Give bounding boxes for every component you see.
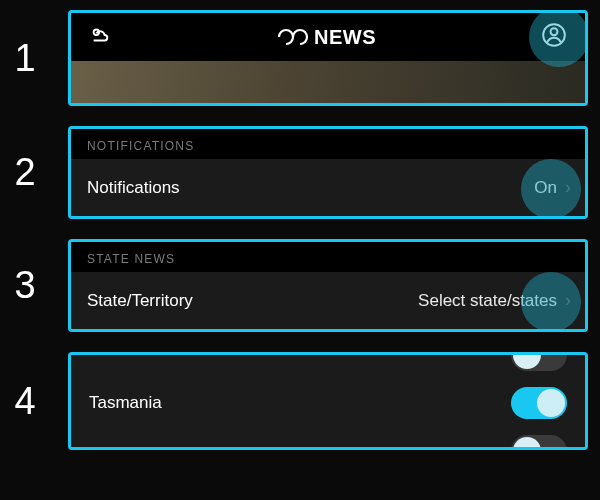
step-number: 2: [0, 126, 50, 219]
section-header: NOTIFICATIONS: [71, 129, 585, 159]
weather-icon[interactable]: [89, 24, 111, 51]
brand-text: NEWS: [314, 26, 376, 49]
step-1-card: NEWS: [68, 10, 588, 106]
next-state-row-partial: [71, 433, 585, 447]
step-number: 4: [0, 352, 50, 450]
setting-label: State/Territory: [87, 291, 193, 311]
svg-point-2: [551, 28, 558, 35]
step-1: 1 NEWS: [0, 10, 588, 106]
state-label: Tasmania: [89, 393, 162, 413]
step-3: 3 STATE NEWS State/Territory Select stat…: [0, 239, 588, 332]
prev-state-row-partial: [71, 355, 585, 373]
app-header: NEWS: [71, 13, 585, 61]
step-number: 1: [0, 10, 50, 106]
state-toggle-off[interactable]: [511, 352, 567, 371]
profile-button[interactable]: [541, 22, 567, 52]
section-header: STATE NEWS: [71, 242, 585, 272]
hero-image: [71, 61, 585, 103]
step-4-card: Tasmania: [68, 352, 588, 450]
state-territory-row[interactable]: State/Territory Select state/states ›: [71, 272, 585, 329]
abc-logo-icon: [276, 27, 310, 47]
chevron-right-icon: ›: [565, 290, 571, 311]
state-toggle-off[interactable]: [511, 435, 567, 450]
tasmania-row[interactable]: Tasmania: [71, 373, 585, 433]
step-2-card: NOTIFICATIONS Notifications On ›: [68, 126, 588, 219]
tutorial-steps: 1 NEWS 2 NOTIF: [0, 0, 600, 450]
step-3-card: STATE NEWS State/Territory Select state/…: [68, 239, 588, 332]
notifications-row[interactable]: Notifications On ›: [71, 159, 585, 216]
tasmania-toggle[interactable]: [511, 387, 567, 419]
step-2: 2 NOTIFICATIONS Notifications On ›: [0, 126, 588, 219]
step-number: 3: [0, 239, 50, 332]
setting-value: On ›: [534, 177, 571, 198]
app-logo: NEWS: [276, 26, 376, 49]
chevron-right-icon: ›: [565, 177, 571, 198]
setting-label: Notifications: [87, 178, 180, 198]
step-4: 4 Tasmania: [0, 352, 588, 450]
setting-value: Select state/states ›: [418, 290, 571, 311]
